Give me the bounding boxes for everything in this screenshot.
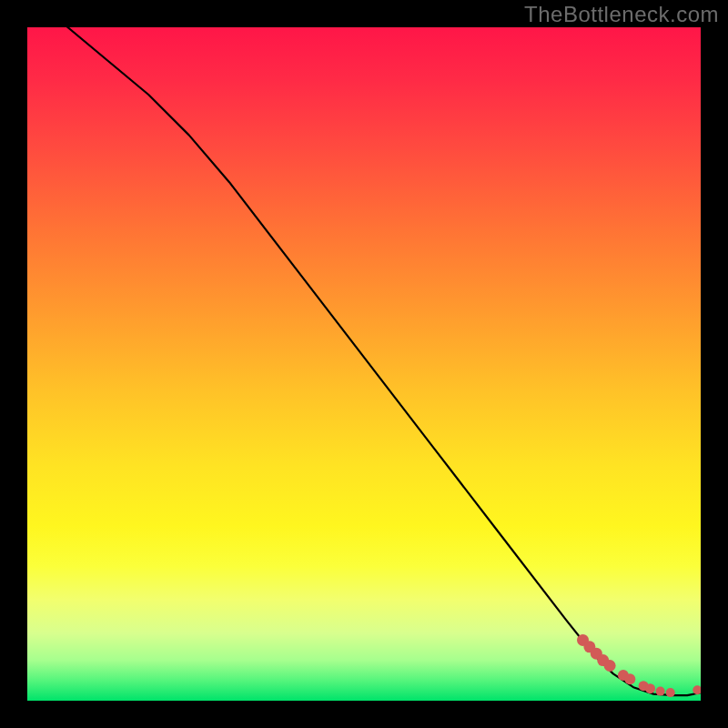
marker-dot [666,688,675,697]
chart-frame: TheBottleneck.com [0,0,728,728]
marker-dot [624,673,635,684]
marker-dot [604,660,616,672]
marker-dot [645,683,655,693]
marker-group [577,634,701,697]
bottleneck-curve [27,27,701,695]
chart-svg [27,27,701,701]
marker-dot [656,687,665,696]
plot-area [27,27,701,701]
watermark-text: TheBottleneck.com [524,2,719,27]
